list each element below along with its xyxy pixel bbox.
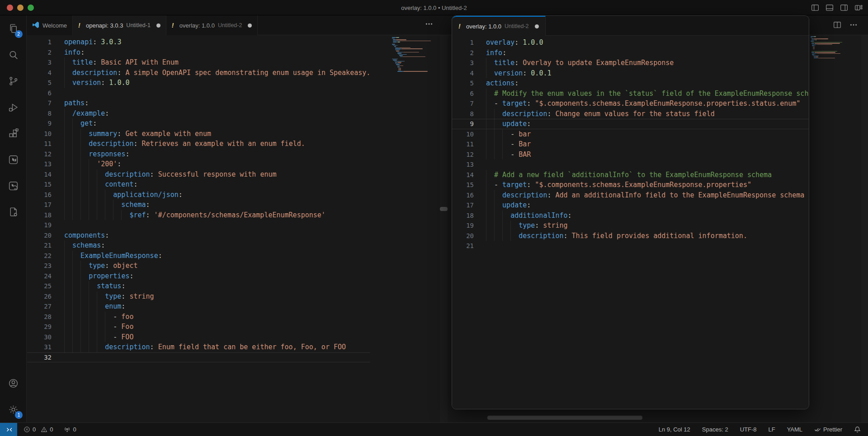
ports-count: 0 [73,426,76,433]
line-number: 12 [27,149,52,159]
tab-overlay-1-0-0[interactable]: !overlay: 1.0.0Untitled-2 [166,15,258,35]
code-line: 11- Bar [452,139,809,150]
remote-indicator[interactable] [0,423,17,436]
tab-openapi-3-0-3[interactable]: !openapi: 3.0.3Untitled-1 [73,15,166,35]
activity-item-settings-icon[interactable]: 1 [0,396,27,422]
code-line: 14# Add a new field `additionalInfo` to … [452,170,809,180]
line-text: enum: [64,301,125,312]
status-right: Ln 9, Col 12Spaces: 2UTF-8LFYAMLPrettier [659,426,861,433]
status-item-ln-9-col-12[interactable]: Ln 9, Col 12 [659,426,690,433]
editor-tabs: Welcome!openapi: 3.0.3Untitled-1!overlay… [27,15,258,35]
editor-overlay[interactable]: 1overlay: 1.0.02info:3title: Overlay to … [452,36,809,409]
floating-tab-overlay-1-0-0[interactable]: !overlay: 1.0.0Untitled-2 [452,16,546,36]
line-number: 27 [27,301,52,312]
right-group-actions [833,21,858,29]
line-text: # Add a new field `additionalInfo` to th… [486,170,772,180]
bell-icon [854,426,861,433]
code-line: 30- FOO [27,332,370,342]
line-number: 3 [452,58,474,68]
code-line: 13'200': [27,159,370,169]
code-line: 11description: Retrieves an example with… [27,139,370,149]
line-number: 1 [27,37,52,47]
customize-layout-icon[interactable] [854,4,863,12]
line-text: - BAR [486,150,531,160]
activity-item-search-icon[interactable] [0,42,27,68]
line-text: paths: [64,98,89,108]
ports-indicator[interactable]: 0 [64,426,76,433]
status-item-bell[interactable] [854,426,861,433]
line-number: 9 [27,118,52,129]
code-line: 27enum: [27,301,370,312]
code-line: 6 [27,88,370,98]
warning-icon [41,426,47,433]
status-item-utf-8[interactable]: UTF-8 [740,426,757,433]
line-number: 6 [452,89,474,99]
activity-item-accounts-icon[interactable] [0,370,27,396]
activity-item-source-control-icon[interactable] [0,68,27,94]
line-number: 5 [452,78,474,89]
activity-item-run-debug-icon[interactable] [0,94,27,120]
line-number: 17 [27,200,52,210]
line-text: schemas: [64,240,105,251]
activity-item-explorer-icon[interactable]: 2 [0,15,27,42]
scrollbar-track[interactable] [440,35,448,422]
status-item-yaml[interactable]: YAML [787,426,802,433]
code-line: 1openapi: 3.0.3 [27,37,370,47]
line-text: description: Enum field that can be eith… [64,342,346,352]
line-text: - FOO [64,332,133,342]
line-text: - Bar [486,139,531,150]
right-minimap[interactable] [811,36,861,108]
status-item-lf[interactable]: LF [768,426,775,433]
line-text: title: Overlay to update ExampleEnumResp… [486,58,674,68]
editor-more-actions-icon[interactable] [425,20,433,30]
floating-tab-bar: !overlay: 1.0.0Untitled-2 [452,16,809,36]
more-actions-icon[interactable] [849,21,858,29]
split-editor-icon[interactable] [833,21,841,29]
activity-item-cpp-tools-icon[interactable] [0,199,27,225]
editor-openapi[interactable]: 1openapi: 3.0.32info:3title: Basic API w… [27,35,448,422]
modified-dot-icon[interactable] [156,23,160,28]
code-line: 20description: This field provides addit… [452,231,809,241]
code-line: 19type: string [452,220,809,231]
code-line: 2info: [27,47,370,58]
code-line: 13 [452,159,809,170]
line-number: 6 [27,88,52,98]
toggle-primary-sidebar-icon[interactable] [811,4,819,12]
floating-editor-window: !overlay: 1.0.0Untitled-2 1overlay: 1.0.… [452,15,809,409]
scrollbar-handle[interactable] [440,207,448,211]
code-line: 2info: [452,48,809,58]
right-scrollbar[interactable] [861,35,868,422]
line-text: - bar [486,129,531,140]
warning-file-icon: ! [458,23,463,30]
line-number: 32 [27,352,52,363]
status-label: Ln 9, Col 12 [659,426,690,433]
problems-indicator[interactable]: 0 0 [24,426,53,433]
tab-label: overlay: 1.0.0 [466,23,501,30]
line-text: summary: Get example with enum [64,129,211,139]
code-line: 15content: [27,179,370,190]
minimap[interactable] [392,37,434,127]
line-number: 8 [452,109,474,119]
line-text: description: Successful response with en… [64,169,277,180]
toggle-secondary-sidebar-icon[interactable] [840,4,848,12]
code-line: 3title: Overlay to update ExampleEnumRes… [452,58,809,68]
line-text: status: [64,281,125,291]
line-text: openapi: 3.0.3 [64,37,121,47]
activity-item-terraform-icon[interactable] [0,146,27,173]
window-title: overlay: 1.0.0 • Untitled-2 [0,0,868,15]
line-text: responses: [64,149,129,159]
status-item-spaces-2[interactable]: Spaces: 2 [702,426,728,433]
line-text: update: [486,119,531,129]
status-item-prettier[interactable]: Prettier [814,426,842,433]
line-number: 12 [452,150,474,160]
horizontal-scrollbar[interactable] [487,416,642,420]
activity-item-terraform-cloud-icon[interactable] [0,173,27,199]
modified-dot-icon[interactable] [535,24,539,28]
tab-welcome[interactable]: Welcome [27,15,73,35]
line-number: 20 [452,231,474,241]
modified-dot-icon[interactable] [248,23,252,28]
line-text: application/json: [64,190,183,200]
activity-item-extensions-icon[interactable] [0,120,27,146]
code-line: 14description: Successful response with … [27,169,370,180]
toggle-panel-icon[interactable] [826,4,834,12]
